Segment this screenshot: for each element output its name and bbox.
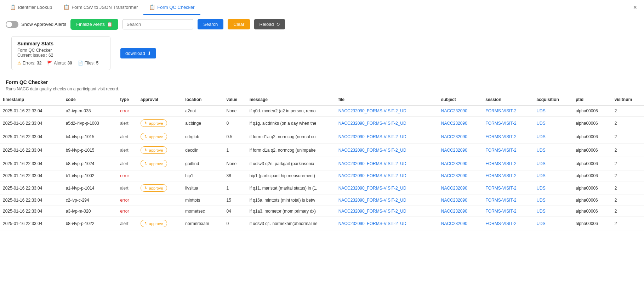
- approve-icon: ↻: [144, 121, 148, 125]
- cell-file[interactable]: NACC232090_FORMS-VISIT-2_UD: [336, 144, 438, 157]
- cell-timestamp: 2025-01-16 22:33:04: [0, 195, 63, 206]
- tab-form-qc-checker[interactable]: 📋 Form QC Checker: [143, 0, 200, 15]
- acquisition-link[interactable]: UDS: [536, 148, 545, 153]
- acquisition-link[interactable]: UDS: [536, 209, 545, 214]
- close-button[interactable]: ×: [630, 2, 640, 13]
- file-link[interactable]: NACC232090_FORMS-VISIT-2_UD: [338, 209, 406, 214]
- cell-file[interactable]: NACC232090_FORMS-VISIT-2_UD: [336, 130, 438, 144]
- cell-acquisition[interactable]: UDS: [534, 105, 573, 117]
- cell-subject[interactable]: NACC232090: [438, 117, 483, 130]
- cell-acquisition[interactable]: UDS: [534, 206, 573, 217]
- clear-button[interactable]: Clear: [228, 19, 250, 29]
- cell-subject[interactable]: NACC232090: [438, 217, 483, 230]
- file-link[interactable]: NACC232090_FORMS-VISIT-2_UD: [338, 198, 406, 203]
- cell-session[interactable]: FORMS-VISIT-2: [483, 170, 534, 181]
- cell-subject[interactable]: NACC232090: [438, 206, 483, 217]
- file-link[interactable]: NACC232090_FORMS-VISIT-2_UD: [338, 121, 406, 126]
- reload-button[interactable]: Reload ↻: [254, 19, 285, 29]
- cell-session[interactable]: FORMS-VISIT-2: [483, 157, 534, 170]
- cell-session[interactable]: FORMS-VISIT-2: [483, 105, 534, 117]
- cell-session[interactable]: FORMS-VISIT-2: [483, 217, 534, 230]
- cell-acquisition[interactable]: UDS: [534, 130, 573, 144]
- acquisition-link[interactable]: UDS: [536, 173, 545, 178]
- cell-session[interactable]: FORMS-VISIT-2: [483, 130, 534, 144]
- subject-link[interactable]: NACC232090: [441, 148, 467, 153]
- cell-acquisition[interactable]: UDS: [534, 170, 573, 181]
- cell-subject[interactable]: NACC232090: [438, 181, 483, 195]
- cell-acquisition[interactable]: UDS: [534, 157, 573, 170]
- subject-link[interactable]: NACC232090: [441, 108, 467, 113]
- finalize-alerts-button[interactable]: Finalize Alerts 📋: [70, 19, 118, 30]
- file-link[interactable]: NACC232090_FORMS-VISIT-2_UD: [338, 221, 406, 226]
- acquisition-link[interactable]: UDS: [536, 221, 545, 226]
- file-link[interactable]: NACC232090_FORMS-VISIT-2_UD: [338, 186, 406, 191]
- cell-file[interactable]: NACC232090_FORMS-VISIT-2_UD: [336, 195, 438, 206]
- session-link[interactable]: FORMS-VISIT-2: [485, 209, 516, 214]
- acquisition-link[interactable]: UDS: [536, 186, 545, 191]
- subject-link[interactable]: NACC232090: [441, 121, 467, 126]
- approve-button[interactable]: ↻ approve: [141, 119, 167, 127]
- acquisition-link[interactable]: UDS: [536, 121, 545, 126]
- approve-button[interactable]: ↻ approve: [141, 184, 167, 192]
- tab-identifier-lookup[interactable]: 📋 Identifier Lookup: [4, 0, 58, 15]
- cell-file[interactable]: NACC232090_FORMS-VISIT-2_UD: [336, 157, 438, 170]
- session-link[interactable]: FORMS-VISIT-2: [485, 186, 516, 191]
- cell-acquisition[interactable]: UDS: [534, 117, 573, 130]
- cell-file[interactable]: NACC232090_FORMS-VISIT-2_UD: [336, 170, 438, 181]
- cell-file[interactable]: NACC232090_FORMS-VISIT-2_UD: [336, 181, 438, 195]
- cell-subject[interactable]: NACC232090: [438, 157, 483, 170]
- show-approved-toggle[interactable]: [6, 21, 18, 28]
- subject-link[interactable]: NACC232090: [441, 134, 467, 139]
- approve-button[interactable]: ↻ approve: [141, 220, 167, 227]
- approve-button[interactable]: ↻ approve: [141, 133, 167, 140]
- cell-session[interactable]: FORMS-VISIT-2: [483, 181, 534, 195]
- subject-link[interactable]: NACC232090: [441, 221, 467, 226]
- acquisition-link[interactable]: UDS: [536, 198, 545, 203]
- subject-link[interactable]: NACC232090: [441, 209, 467, 214]
- download-button[interactable]: download ⬇: [120, 48, 156, 58]
- approve-button[interactable]: ↻ approve: [141, 160, 167, 167]
- file-link[interactable]: NACC232090_FORMS-VISIT-2_UD: [338, 108, 406, 113]
- session-link[interactable]: FORMS-VISIT-2: [485, 161, 516, 166]
- cell-session[interactable]: FORMS-VISIT-2: [483, 195, 534, 206]
- subject-link[interactable]: NACC232090: [441, 173, 467, 178]
- file-link[interactable]: NACC232090_FORMS-VISIT-2_UD: [338, 134, 406, 139]
- subject-link[interactable]: NACC232090: [441, 186, 467, 191]
- cell-session[interactable]: FORMS-VISIT-2: [483, 117, 534, 130]
- session-link[interactable]: FORMS-VISIT-2: [485, 198, 516, 203]
- session-link[interactable]: FORMS-VISIT-2: [485, 121, 516, 126]
- cell-acquisition[interactable]: UDS: [534, 195, 573, 206]
- acquisition-link[interactable]: UDS: [536, 161, 545, 166]
- subject-link[interactable]: NACC232090: [441, 198, 467, 203]
- file-link[interactable]: NACC232090_FORMS-VISIT-2_UD: [338, 161, 406, 166]
- tab-form-csv[interactable]: 📋 Form CSV to JSON Transformer: [58, 0, 143, 15]
- cell-file[interactable]: NACC232090_FORMS-VISIT-2_UD: [336, 105, 438, 117]
- session-link[interactable]: FORMS-VISIT-2: [485, 173, 516, 178]
- cell-acquisition[interactable]: UDS: [534, 144, 573, 157]
- subject-link[interactable]: NACC232090: [441, 161, 467, 166]
- acquisition-link[interactable]: UDS: [536, 134, 545, 139]
- cell-acquisition[interactable]: UDS: [534, 217, 573, 230]
- session-link[interactable]: FORMS-VISIT-2: [485, 221, 516, 226]
- acquisition-link[interactable]: UDS: [536, 108, 545, 113]
- file-link[interactable]: NACC232090_FORMS-VISIT-2_UD: [338, 173, 406, 178]
- cell-subject[interactable]: NACC232090: [438, 170, 483, 181]
- file-link[interactable]: NACC232090_FORMS-VISIT-2_UD: [338, 148, 406, 153]
- cell-session[interactable]: FORMS-VISIT-2: [483, 206, 534, 217]
- search-input[interactable]: [122, 19, 193, 29]
- session-link[interactable]: FORMS-VISIT-2: [485, 148, 516, 153]
- cell-acquisition[interactable]: UDS: [534, 181, 573, 195]
- session-link[interactable]: FORMS-VISIT-2: [485, 134, 516, 139]
- cell-file[interactable]: NACC232090_FORMS-VISIT-2_UD: [336, 117, 438, 130]
- session-link[interactable]: FORMS-VISIT-2: [485, 108, 516, 113]
- cell-subject[interactable]: NACC232090: [438, 105, 483, 117]
- cell-type: alert: [117, 144, 138, 157]
- cell-file[interactable]: NACC232090_FORMS-VISIT-2_UD: [336, 206, 438, 217]
- approve-button[interactable]: ↻ approve: [141, 146, 167, 154]
- cell-file[interactable]: NACC232090_FORMS-VISIT-2_UD: [336, 217, 438, 230]
- cell-subject[interactable]: NACC232090: [438, 195, 483, 206]
- cell-session[interactable]: FORMS-VISIT-2: [483, 144, 534, 157]
- search-button[interactable]: Search: [198, 19, 223, 29]
- cell-subject[interactable]: NACC232090: [438, 144, 483, 157]
- cell-subject[interactable]: NACC232090: [438, 130, 483, 144]
